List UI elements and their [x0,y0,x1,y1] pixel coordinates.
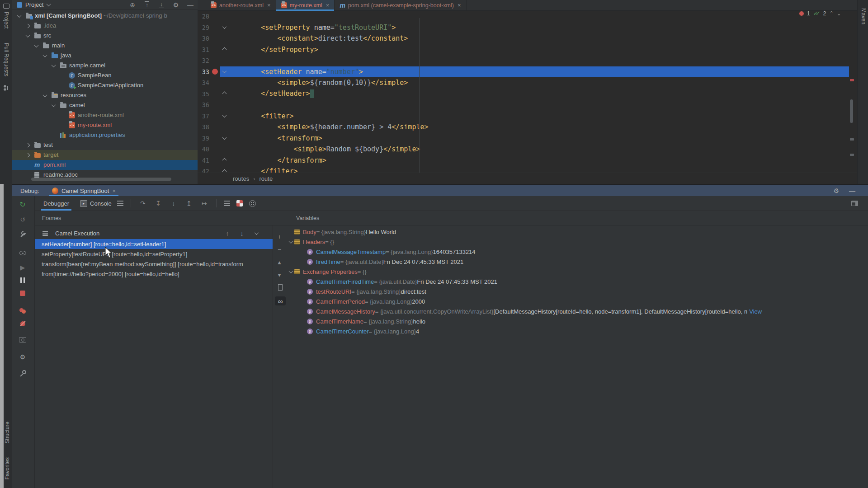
move-down-icon[interactable]: ▾ [275,270,284,279]
code-line[interactable]: 37 <filter> [198,111,849,122]
line-number[interactable]: 40 [198,145,209,153]
chevron-right-icon[interactable] [26,143,30,148]
tree-row[interactable]: java [12,51,198,61]
code-line[interactable]: 41 </transform> [198,155,849,166]
debug-tab-debugger[interactable]: Debugger [41,197,71,211]
code-area[interactable]: 2829 <setProperty name="testRouteURI">30… [198,11,849,177]
chevron-down-icon[interactable] [288,269,293,273]
tree-row[interactable]: <>my-route.xml [12,120,198,130]
pin-icon[interactable] [18,369,27,378]
pull-requests-icon[interactable] [4,85,9,91]
menu-icon[interactable] [117,201,123,206]
variable-row[interactable]: pCamelTimerFiredTime = {java.util.Date} … [285,277,868,286]
toolwindow-button-structure[interactable]: Structure [4,422,10,444]
move-up-icon[interactable]: ▴ [275,258,284,267]
close-icon[interactable]: × [112,188,116,194]
chevron-down-icon[interactable] [252,229,261,238]
line-number[interactable]: 29 [198,24,209,31]
line-number[interactable]: 30 [198,35,209,42]
pause-icon[interactable] [18,276,27,285]
threads-icon[interactable] [224,201,230,206]
stripe-mark[interactable] [850,154,854,156]
debug-session-tab[interactable]: Camel SpringBoot × [49,185,118,196]
prev-issue-icon[interactable]: ⌃ [830,10,834,16]
view-link[interactable]: View [749,308,762,315]
chevron-down-icon[interactable] [26,33,30,38]
chevron-down-icon[interactable] [47,2,51,6]
tree-row[interactable]: sample.camel [12,61,198,70]
copy-icon[interactable] [275,283,284,292]
restore-layout-icon[interactable] [236,200,243,206]
chevron-down-icon[interactable] [34,43,39,47]
settings-gear-icon[interactable]: ⚙ [18,352,27,361]
breakpoints-grid-icon[interactable] [249,200,256,207]
frame-row[interactable]: from[timer://hello?period=2000] [route=h… [35,269,273,279]
breadcrumb-item[interactable]: route [259,175,273,182]
fold-marker-icon[interactable] [222,47,226,52]
line-number[interactable]: 36 [198,101,209,108]
view-options-icon[interactable] [18,249,27,258]
tree-row[interactable]: <>another-route.xml [12,110,198,120]
code-line[interactable]: 31 </setProperty> [198,44,849,56]
line-number[interactable]: 41 [198,157,209,164]
frame-row[interactable]: setProperty[testRouteURI] [route=hello,i… [35,249,273,259]
variable-row[interactable]: Body = {java.lang.String} Hello World [285,227,868,237]
minimize-icon[interactable]: — [849,187,855,194]
tree-horizontal-scrollbar[interactable] [31,178,171,181]
code-line[interactable]: 35 </setHeader> [198,89,849,100]
chevron-down-icon[interactable] [52,63,56,67]
fold-marker-icon[interactable] [222,158,226,163]
inspection-widget[interactable]: 1 ✓✓ 2 ⌃ ⌃ [799,10,841,17]
chevron-down-icon[interactable] [43,53,47,57]
fold-marker-icon[interactable] [222,113,226,117]
add-watch-icon[interactable]: + [275,232,284,241]
editor-tab[interactable]: mpom.xml (camel-example-spring-boot-xml)… [335,0,466,10]
tree-row[interactable]: test [12,140,198,150]
close-icon[interactable]: × [458,2,461,9]
tree-row[interactable]: mpom.xml [12,160,198,170]
tree-row[interactable]: xml [Camel SpringBoot] ~/Dev/git/camel-s… [12,11,198,21]
arrow-down-icon[interactable]: ↓ [237,229,246,238]
variable-row[interactable]: ptestRouteURI = {java.lang.String} direc… [285,286,868,296]
step-into-icon[interactable]: ↧ [154,199,163,208]
variable-row[interactable]: pCamelTimerCounter = {java.lang.Long} 4 [285,326,868,336]
locate-icon[interactable]: ⊕ [128,0,137,9]
editor-vertical-scrollbar[interactable] [850,99,853,123]
editor-tab[interactable]: <>another-route.xml× [206,0,276,10]
next-issue-icon[interactable]: ⌃ [837,10,841,16]
toolwindow-button-maven[interactable]: Maven [860,8,867,24]
resume-icon[interactable]: ▶ [18,263,27,272]
toolwindow-button-favorites[interactable]: Favorites [4,457,10,479]
line-number[interactable]: 32 [198,57,209,64]
fold-marker-icon[interactable] [222,135,226,140]
force-step-into-icon[interactable]: ↓ [169,199,178,208]
error-stripe-mark[interactable] [850,79,854,81]
chevron-right-icon[interactable] [26,24,30,28]
close-icon[interactable]: × [267,2,271,9]
breadcrumb-item[interactable]: routes [233,175,249,182]
code-line[interactable]: 34 <simple>${random(0,10)}</simple> [198,77,849,89]
editor-tab[interactable]: <>my-route.xml× [276,0,335,10]
line-number[interactable]: 34 [198,79,209,86]
toolwindow-button-project[interactable]: Project [3,12,9,28]
tree-row[interactable]: target [12,150,198,160]
step-over-icon[interactable]: ↷ [138,199,147,208]
mute-breakpoints-icon[interactable] [18,319,27,328]
fold-marker-icon[interactable] [222,92,226,96]
code-line[interactable]: 33 <setHeader name="number"> [198,66,849,78]
line-number[interactable]: 31 [198,46,209,53]
gear-icon[interactable]: ⚙ [833,187,839,194]
watches-icon[interactable]: ∞ [275,296,286,305]
stop-icon[interactable] [18,289,27,298]
code-line[interactable]: 29 <setProperty name="testRouteURI"> [198,22,849,33]
frame-row[interactable]: transform[bean[ref:myBean method:saySome… [35,259,273,269]
profiler-icon[interactable]: ↺ [18,215,27,224]
line-number[interactable]: 37 [198,113,209,120]
variable-row[interactable]: pCamelMessageTimestamp = {java.lang.Long… [285,247,868,257]
chevron-down-icon[interactable] [17,13,22,18]
toolwindow-button-pull-requests[interactable]: Pull Requests [3,43,9,76]
remove-watch-icon[interactable]: − [275,245,284,254]
tree-row[interactable]: resources [12,90,198,100]
code-line[interactable]: 28 [198,11,849,22]
line-number[interactable]: 39 [198,135,209,142]
